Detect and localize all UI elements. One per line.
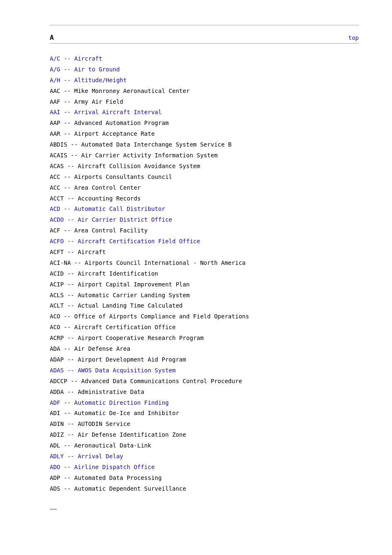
list-item: ADDA -- Administrative Data <box>50 387 359 398</box>
list-item: ACLT -- Actual Landing Time Calculated <box>50 301 359 311</box>
list-item: ADAP -- Airport Development Aid Program <box>50 355 359 365</box>
list-item: ACAS -- Aircraft Collision Avoidance Sys… <box>50 161 359 172</box>
section-letter: A <box>50 34 54 42</box>
list-item: ACO -- Office of Airports Compliance and… <box>50 311 359 322</box>
list-item: AAF -- Army Air Field <box>50 97 359 108</box>
list-item: ADA -- Air Defense Area <box>50 344 359 355</box>
entries-list: A/C -- AircraftA/G -- Air to GroundA/H -… <box>50 54 359 494</box>
list-item: ACIP -- Airport Capital Improvement Plan <box>50 279 359 290</box>
list-item: ADLY -- Arrival Delay <box>50 451 359 462</box>
list-item: ACFO -- Aircraft Certification Field Off… <box>50 236 359 247</box>
list-item: ADCCP -- Advanced Data Communications Co… <box>50 376 359 387</box>
list-item: ACFT -- Aircraft <box>50 247 359 258</box>
list-item: ACD -- Automatic Call Distributor <box>50 204 359 215</box>
bottom-divider <box>50 43 359 44</box>
list-item: A/G -- Air to Ground <box>50 64 359 75</box>
section-header: A top <box>50 34 359 42</box>
list-item: ACID -- Aircraft Identification <box>50 269 359 279</box>
list-item: ADI -- Automatic De-Ice and Inhibitor <box>50 408 359 419</box>
list-item: ACCT -- Accounting Records <box>50 193 359 204</box>
list-item: ACAIS -- Air Carrier Activity Informatio… <box>50 150 359 161</box>
list-item: AAP -- Advanced Automation Program <box>50 118 359 129</box>
list-item: ADF -- Automatic Direction Finding <box>50 398 359 408</box>
list-item: ACC -- Area Control Center <box>50 183 359 193</box>
list-item: ABDIS -- Automated Data Interchange Syst… <box>50 139 359 150</box>
list-item: ACDO -- Air Carrier District Office <box>50 215 359 225</box>
list-item: A/H -- Altitude/Height <box>50 75 359 86</box>
list-item: ACO -- Aircraft Certification Office <box>50 322 359 333</box>
list-item: ADS -- Automatic Dependent Surveillance <box>50 484 359 494</box>
list-item: A/C -- Aircraft <box>50 54 359 64</box>
list-item: ACLS -- Automatic Carrier Landing System <box>50 290 359 301</box>
list-item: ADAS -- AWOS Data Acquisition System <box>50 365 359 376</box>
list-item: AAI -- Arrival Aircraft Interval <box>50 107 359 118</box>
list-item: ACC -- Airports Consultants Council <box>50 172 359 183</box>
list-item: ADIN -- AUTODIN Service <box>50 419 359 430</box>
list-item: ADL -- Aeronautical Data-Link <box>50 440 359 451</box>
list-item: AAC -- Mike Monroney Aeronautical Center <box>50 86 359 97</box>
top-link[interactable]: top <box>348 34 359 41</box>
top-divider <box>50 25 359 25</box>
list-item: ACI-NA -- Airports Council International… <box>50 258 359 269</box>
list-item: ADO -- Airline Dispatch Office <box>50 462 359 473</box>
list-item: ACRP -- Airport Cooperative Research Pro… <box>50 333 359 344</box>
list-item: ACF -- Area Control Facility <box>50 225 359 236</box>
ellipsis: …… <box>50 504 359 511</box>
list-item: ADIZ -- Air Defense Identification Zone <box>50 430 359 440</box>
page-container: A top A/C -- AircraftA/G -- Air to Groun… <box>0 0 392 536</box>
list-item: ADP -- Automated Data Processing <box>50 473 359 484</box>
list-item: AAR -- Airport Acceptance Rate <box>50 129 359 139</box>
